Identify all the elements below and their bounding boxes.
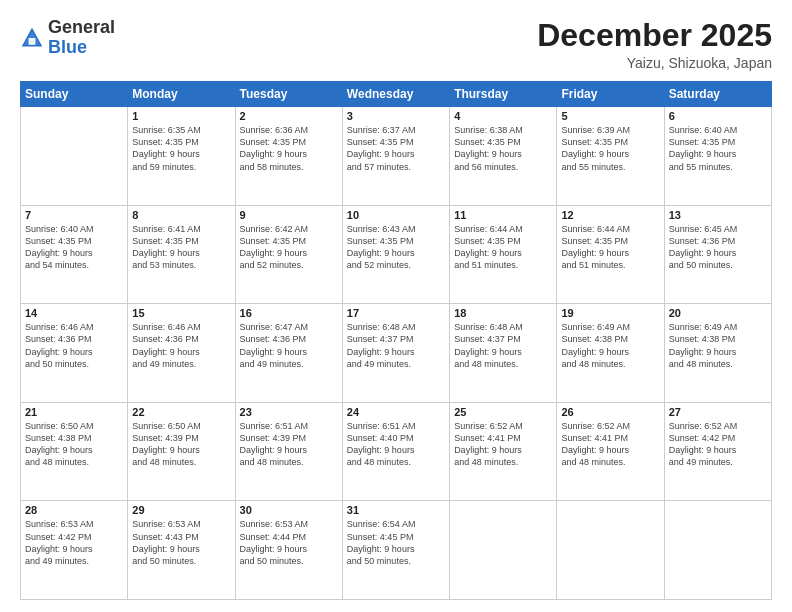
page: General Blue December 2025 Yaizu, Shizuo… (0, 0, 792, 612)
logo-text: General Blue (48, 18, 115, 58)
week-row-1: 7Sunrise: 6:40 AMSunset: 4:35 PMDaylight… (21, 205, 772, 304)
calendar-table: Sunday Monday Tuesday Wednesday Thursday… (20, 81, 772, 600)
day-number: 4 (454, 110, 552, 122)
day-info: Sunrise: 6:37 AMSunset: 4:35 PMDaylight:… (347, 124, 445, 173)
day-info: Sunrise: 6:35 AMSunset: 4:35 PMDaylight:… (132, 124, 230, 173)
day-info: Sunrise: 6:50 AMSunset: 4:38 PMDaylight:… (25, 420, 123, 469)
logo-icon (20, 26, 44, 50)
calendar-header-row: Sunday Monday Tuesday Wednesday Thursday… (21, 82, 772, 107)
calendar-cell: 19Sunrise: 6:49 AMSunset: 4:38 PMDayligh… (557, 304, 664, 403)
day-number: 8 (132, 209, 230, 221)
calendar-cell: 12Sunrise: 6:44 AMSunset: 4:35 PMDayligh… (557, 205, 664, 304)
day-number: 27 (669, 406, 767, 418)
day-info: Sunrise: 6:52 AMSunset: 4:41 PMDaylight:… (561, 420, 659, 469)
day-info: Sunrise: 6:45 AMSunset: 4:36 PMDaylight:… (669, 223, 767, 272)
day-number: 2 (240, 110, 338, 122)
day-number: 6 (669, 110, 767, 122)
day-info: Sunrise: 6:50 AMSunset: 4:39 PMDaylight:… (132, 420, 230, 469)
col-tuesday: Tuesday (235, 82, 342, 107)
calendar-cell: 10Sunrise: 6:43 AMSunset: 4:35 PMDayligh… (342, 205, 449, 304)
day-info: Sunrise: 6:49 AMSunset: 4:38 PMDaylight:… (669, 321, 767, 370)
calendar-cell: 17Sunrise: 6:48 AMSunset: 4:37 PMDayligh… (342, 304, 449, 403)
week-row-0: 1Sunrise: 6:35 AMSunset: 4:35 PMDaylight… (21, 107, 772, 206)
calendar-cell: 29Sunrise: 6:53 AMSunset: 4:43 PMDayligh… (128, 501, 235, 600)
day-info: Sunrise: 6:40 AMSunset: 4:35 PMDaylight:… (25, 223, 123, 272)
calendar-cell: 22Sunrise: 6:50 AMSunset: 4:39 PMDayligh… (128, 402, 235, 501)
day-number: 21 (25, 406, 123, 418)
day-info: Sunrise: 6:51 AMSunset: 4:39 PMDaylight:… (240, 420, 338, 469)
logo-blue: Blue (48, 37, 87, 57)
day-info: Sunrise: 6:38 AMSunset: 4:35 PMDaylight:… (454, 124, 552, 173)
calendar-cell (557, 501, 664, 600)
day-number: 10 (347, 209, 445, 221)
calendar-cell: 21Sunrise: 6:50 AMSunset: 4:38 PMDayligh… (21, 402, 128, 501)
calendar-cell: 30Sunrise: 6:53 AMSunset: 4:44 PMDayligh… (235, 501, 342, 600)
day-number: 22 (132, 406, 230, 418)
svg-rect-2 (29, 38, 36, 45)
calendar-cell: 9Sunrise: 6:42 AMSunset: 4:35 PMDaylight… (235, 205, 342, 304)
day-info: Sunrise: 6:42 AMSunset: 4:35 PMDaylight:… (240, 223, 338, 272)
calendar-cell: 25Sunrise: 6:52 AMSunset: 4:41 PMDayligh… (450, 402, 557, 501)
day-info: Sunrise: 6:40 AMSunset: 4:35 PMDaylight:… (669, 124, 767, 173)
calendar-cell: 13Sunrise: 6:45 AMSunset: 4:36 PMDayligh… (664, 205, 771, 304)
day-number: 16 (240, 307, 338, 319)
calendar-cell: 7Sunrise: 6:40 AMSunset: 4:35 PMDaylight… (21, 205, 128, 304)
calendar-cell: 18Sunrise: 6:48 AMSunset: 4:37 PMDayligh… (450, 304, 557, 403)
calendar-cell: 28Sunrise: 6:53 AMSunset: 4:42 PMDayligh… (21, 501, 128, 600)
col-friday: Friday (557, 82, 664, 107)
calendar-cell: 14Sunrise: 6:46 AMSunset: 4:36 PMDayligh… (21, 304, 128, 403)
day-info: Sunrise: 6:44 AMSunset: 4:35 PMDaylight:… (561, 223, 659, 272)
day-number: 20 (669, 307, 767, 319)
day-number: 30 (240, 504, 338, 516)
calendar-cell: 15Sunrise: 6:46 AMSunset: 4:36 PMDayligh… (128, 304, 235, 403)
day-info: Sunrise: 6:53 AMSunset: 4:44 PMDaylight:… (240, 518, 338, 567)
calendar-cell: 6Sunrise: 6:40 AMSunset: 4:35 PMDaylight… (664, 107, 771, 206)
day-info: Sunrise: 6:43 AMSunset: 4:35 PMDaylight:… (347, 223, 445, 272)
calendar-cell: 11Sunrise: 6:44 AMSunset: 4:35 PMDayligh… (450, 205, 557, 304)
day-info: Sunrise: 6:51 AMSunset: 4:40 PMDaylight:… (347, 420, 445, 469)
day-number: 18 (454, 307, 552, 319)
calendar-cell: 4Sunrise: 6:38 AMSunset: 4:35 PMDaylight… (450, 107, 557, 206)
day-info: Sunrise: 6:44 AMSunset: 4:35 PMDaylight:… (454, 223, 552, 272)
col-wednesday: Wednesday (342, 82, 449, 107)
day-info: Sunrise: 6:41 AMSunset: 4:35 PMDaylight:… (132, 223, 230, 272)
calendar-cell: 2Sunrise: 6:36 AMSunset: 4:35 PMDaylight… (235, 107, 342, 206)
day-number: 25 (454, 406, 552, 418)
day-info: Sunrise: 6:48 AMSunset: 4:37 PMDaylight:… (347, 321, 445, 370)
day-info: Sunrise: 6:46 AMSunset: 4:36 PMDaylight:… (132, 321, 230, 370)
day-info: Sunrise: 6:52 AMSunset: 4:41 PMDaylight:… (454, 420, 552, 469)
day-number: 1 (132, 110, 230, 122)
day-number: 7 (25, 209, 123, 221)
day-number: 15 (132, 307, 230, 319)
day-info: Sunrise: 6:48 AMSunset: 4:37 PMDaylight:… (454, 321, 552, 370)
col-sunday: Sunday (21, 82, 128, 107)
day-number: 5 (561, 110, 659, 122)
day-number: 17 (347, 307, 445, 319)
day-number: 11 (454, 209, 552, 221)
calendar-cell: 20Sunrise: 6:49 AMSunset: 4:38 PMDayligh… (664, 304, 771, 403)
day-info: Sunrise: 6:39 AMSunset: 4:35 PMDaylight:… (561, 124, 659, 173)
day-number: 26 (561, 406, 659, 418)
day-info: Sunrise: 6:49 AMSunset: 4:38 PMDaylight:… (561, 321, 659, 370)
week-row-4: 28Sunrise: 6:53 AMSunset: 4:42 PMDayligh… (21, 501, 772, 600)
logo: General Blue (20, 18, 115, 58)
day-number: 19 (561, 307, 659, 319)
week-row-2: 14Sunrise: 6:46 AMSunset: 4:36 PMDayligh… (21, 304, 772, 403)
day-number: 13 (669, 209, 767, 221)
header: General Blue December 2025 Yaizu, Shizuo… (20, 18, 772, 71)
day-info: Sunrise: 6:53 AMSunset: 4:43 PMDaylight:… (132, 518, 230, 567)
calendar-cell (21, 107, 128, 206)
logo-general: General (48, 17, 115, 37)
calendar-cell: 5Sunrise: 6:39 AMSunset: 4:35 PMDaylight… (557, 107, 664, 206)
calendar-cell: 24Sunrise: 6:51 AMSunset: 4:40 PMDayligh… (342, 402, 449, 501)
col-thursday: Thursday (450, 82, 557, 107)
day-number: 31 (347, 504, 445, 516)
day-info: Sunrise: 6:47 AMSunset: 4:36 PMDaylight:… (240, 321, 338, 370)
calendar-cell (664, 501, 771, 600)
location: Yaizu, Shizuoka, Japan (537, 55, 772, 71)
day-info: Sunrise: 6:36 AMSunset: 4:35 PMDaylight:… (240, 124, 338, 173)
week-row-3: 21Sunrise: 6:50 AMSunset: 4:38 PMDayligh… (21, 402, 772, 501)
title-block: December 2025 Yaizu, Shizuoka, Japan (537, 18, 772, 71)
day-info: Sunrise: 6:46 AMSunset: 4:36 PMDaylight:… (25, 321, 123, 370)
day-number: 14 (25, 307, 123, 319)
